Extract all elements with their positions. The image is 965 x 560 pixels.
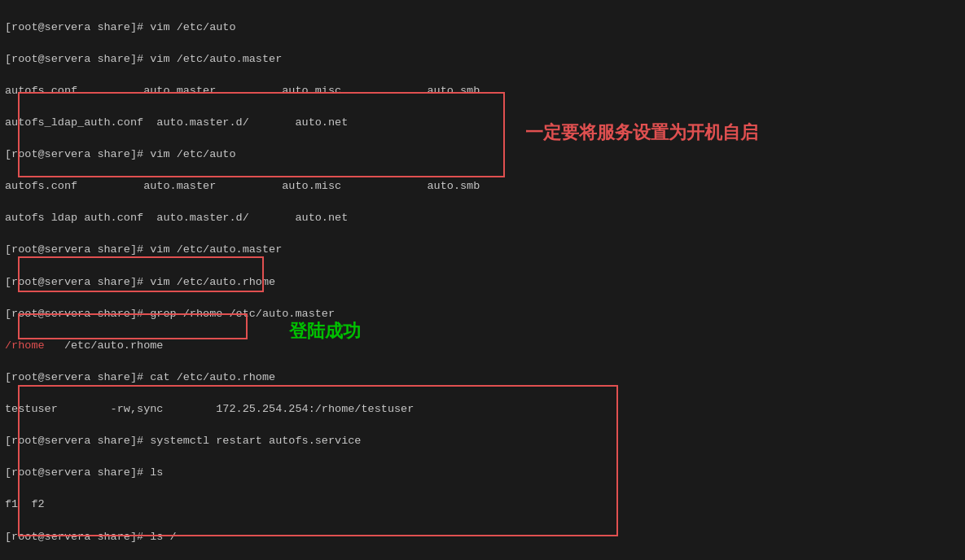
line-7: autofs ldap auth.conf auto.master.d/ aut… [5,210,960,226]
line-16: f1 f2 [5,497,960,513]
line-4: autofs_ldap_auth.conf auto.master.d/ aut… [5,115,960,131]
line-1: [root@servera share]# vim /etc/auto [5,20,960,36]
terminal-output: [root@servera share]# vim /etc/auto [roo… [0,0,965,560]
line-5: [root@servera share]# vim /etc/auto [5,147,960,163]
line-2: [root@servera share]# vim /etc/auto.mast… [5,51,960,68]
annotation-boot-service: 一定要将服务设置为开机自启 [525,120,758,145]
rhome-text: /rhome [5,339,45,352]
line-17: [root@servera share]# ls / [5,529,960,545]
line-10: [root@servera share]# grep /rhome /etc/a… [5,306,960,322]
line-6: autofs.conf auto.master auto.misc auto.s… [5,178,960,195]
line-9: [root@servera share]# vim /etc/auto.rhom… [5,274,960,291]
line-14: [root@servera share]# systemctl restart … [5,433,960,449]
line-12: [root@servera share]# cat /etc/auto.rhom… [5,370,960,386]
line-11: /rhome /etc/auto.rhome [5,338,960,354]
line-13: testuser -rw,sync 172.25.254.254:/rhome/… [5,401,960,418]
line-3: autofs.conf auto.master auto.misc auto.s… [5,83,960,99]
annotation-login-success: 登陆成功 [289,319,361,343]
terminal-window: [root@servera share]# vim /etc/auto [roo… [0,0,965,560]
line-15: [root@servera share]# ls [5,465,960,481]
line-8: [root@servera share]# vim /etc/auto.mast… [5,242,960,258]
